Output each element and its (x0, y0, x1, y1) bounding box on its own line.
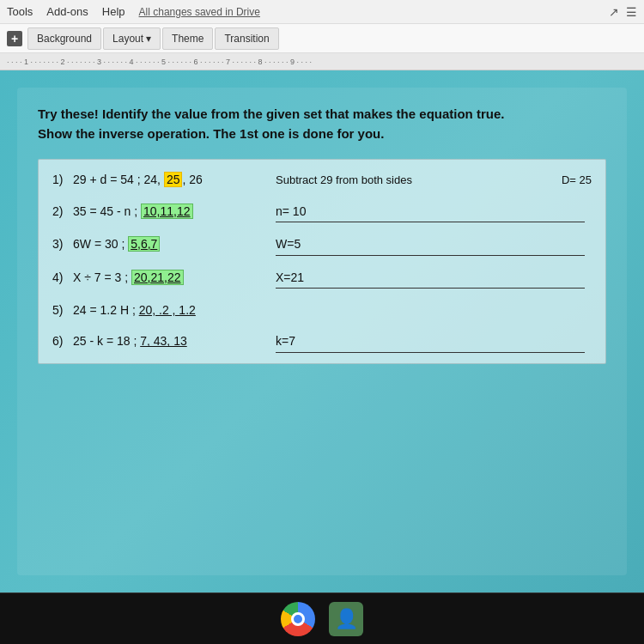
menu-item-tools[interactable]: Tools (7, 5, 33, 18)
set-5: 20, .2 , 1.2 (139, 303, 196, 317)
problem-row: 1) 29 + d = 54 ; 24, 25, 26 Subtract 29 … (52, 170, 592, 190)
problem-equation-4: X ÷ 7 = 3 ; 20,21,22 (73, 268, 262, 287)
files-icon-symbol: 👤 (335, 608, 358, 630)
main-area: Try these! Identify the value from the g… (0, 70, 644, 592)
problem-3-answer: W=5 (276, 234, 301, 254)
problem-row: 2) 35 = 45 - n ; 10,11,12 n= 10 (52, 202, 592, 222)
problem-4-answer: X=21 (276, 268, 304, 288)
problem-num-6: 6) (52, 331, 73, 350)
problem-num-3: 3) (52, 234, 73, 253)
add-slide-icon[interactable]: + (7, 31, 22, 46)
transition-button[interactable]: Transition (215, 27, 278, 50)
theme-button[interactable]: Theme (162, 27, 213, 50)
present-icon[interactable]: ↗ (609, 5, 619, 19)
highlight-set-2: 10,11,12 (141, 204, 193, 219)
save-status: All changes saved in Drive (139, 6, 260, 18)
highlight-set-3: 5,6,7 (128, 236, 160, 252)
problem-num-1: 1) (52, 170, 73, 189)
problem-row: 3) 6W = 30 ; 5,6,7 W=5 (52, 234, 592, 255)
problem-equation-2: 35 = 45 - n ; 10,11,12 (73, 202, 262, 221)
slide-content: Try these! Identify the value from the g… (17, 88, 627, 575)
problem-4-answer-line: X=21 (276, 268, 585, 289)
ruler: · · · · 1 · · · · · · · 2 · · · · · · · … (0, 53, 644, 70)
problem-row: 6) 25 - k = 18 ; 7, 43, 13 k=7 (52, 331, 592, 352)
files-app-icon[interactable]: 👤 (329, 602, 363, 636)
problem-equation-3: 6W = 30 ; 5,6,7 (73, 234, 262, 253)
problem-num-4: 4) (52, 268, 73, 287)
problems-table: 1) 29 + d = 54 ; 24, 25, 26 Subtract 29 … (38, 159, 606, 364)
sidebar-icon[interactable]: ☰ (626, 5, 637, 19)
problem-1-note: Subtract 29 from both sides (276, 172, 412, 190)
problem-3-answer-line: W=5 (276, 234, 585, 255)
problem-6-answer-line: k=7 (276, 331, 585, 352)
problem-equation-5: 24 = 1.2 H ; 20, .2 , 1.2 (73, 301, 262, 319)
chrome-app-icon[interactable] (281, 602, 315, 636)
menu-item-addons[interactable]: Add-ons (46, 5, 88, 18)
toolbar: + Background Layout ▾ Theme Transition (0, 24, 644, 53)
layout-button[interactable]: Layout ▾ (103, 27, 161, 50)
menu-bar: Tools Add-ons Help All changes saved in … (0, 0, 644, 24)
set-6: 7, 43, 13 (140, 334, 187, 348)
problem-equation-1: 29 + d = 54 ; 24, 25, 26 (73, 170, 262, 189)
menu-item-help[interactable]: Help (102, 5, 125, 18)
highlight-set-4: 20,21,22 (131, 270, 184, 285)
taskbar: 👤 (0, 592, 644, 644)
problem-6-answer: k=7 (276, 331, 295, 351)
problem-row: 5) 24 = 1.2 H ; 20, .2 , 1.2 (52, 301, 592, 319)
highlight-25: 25 (164, 172, 183, 187)
problem-row: 4) X ÷ 7 = 3 ; 20,21,22 X=21 (52, 268, 592, 289)
problem-num-2: 2) (52, 202, 73, 221)
problem-2-answer-line: n= 10 (276, 202, 585, 222)
problem-2-answer: n= 10 (276, 202, 306, 222)
background-button[interactable]: Background (27, 27, 101, 50)
problem-equation-6: 25 - k = 18 ; 7, 43, 13 (73, 331, 262, 350)
instructions: Try these! Identify the value from the g… (38, 105, 606, 143)
menu-icons: ↗ ☰ (609, 5, 637, 19)
problem-num-5: 5) (52, 301, 73, 319)
problem-1-answer: D= 25 (562, 172, 592, 190)
